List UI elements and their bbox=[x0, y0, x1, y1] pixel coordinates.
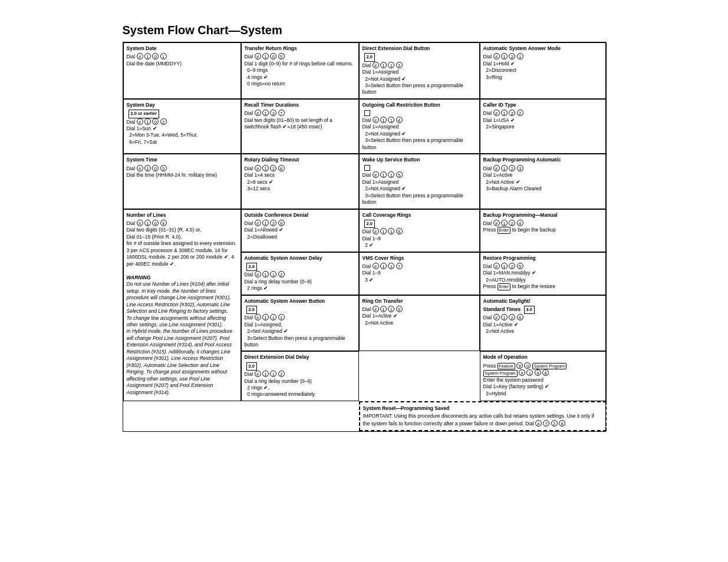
warning-label: WARNING bbox=[127, 275, 151, 280]
backup-manual-title: Backup Programming—Manual bbox=[483, 212, 603, 219]
auto-answer-button-cell: Automatic System Answer Button 2.0 Dial … bbox=[241, 295, 359, 352]
wakeup-checkbox bbox=[364, 165, 370, 171]
direct-ext-delay-cell: Direct Extension Dial Delay 2.0 Dial # 1… bbox=[241, 351, 359, 401]
direct-ext-delay-badge: 2.0 bbox=[246, 362, 257, 371]
backup-auto-title: Backup Programming Automatic bbox=[483, 157, 603, 163]
auto-answer-delay-cell: Automatic System Answer Delay 2.0 Dial #… bbox=[241, 252, 359, 295]
mode-of-operation-title: Mode of Operation bbox=[483, 354, 603, 361]
outside-conference-cell: Outside Conference Denial Dial # 1 2 9 D… bbox=[241, 209, 359, 252]
ring-on-transfer-title: Ring On Transfer bbox=[363, 298, 476, 305]
outgoing-restriction-title: Outgoing Call Restriction Button bbox=[363, 102, 476, 108]
enter-key-restore: Enter bbox=[498, 283, 511, 290]
call-coverage-rings-cell: Call Coverage Rings 2.0 Dial # 1 1 6 Dia… bbox=[359, 209, 480, 252]
auto-daylight-badge: 3.0 bbox=[524, 306, 535, 314]
mode-of-operation-cell: Mode of Operation Press Feature 9 0 Syst… bbox=[480, 351, 607, 401]
auto-daylight-title: Automatic Daylight/ bbox=[483, 298, 603, 305]
direct-ext-button-cell: Direct Extension Dial Button 2.0 Dial # … bbox=[359, 42, 480, 99]
flow-chart: System Date Dial # 1 0 1 Dial the date (… bbox=[123, 42, 606, 432]
system-time-cell: System Time Dial # 1 0 3 Dial the time (… bbox=[123, 154, 241, 209]
auto-system-answer-mode-cell: Automatic System Answer Mode Dial # 1 2 … bbox=[480, 42, 607, 99]
transfer-return-rings-title: Transfer Return Rings bbox=[245, 45, 355, 52]
system-program-key1: System Program bbox=[532, 363, 566, 369]
number-of-lines-cell: Number of Lines Dial # 1 0 4 Dial two di… bbox=[123, 209, 241, 401]
wake-up-service-cell: Wake Up Service Button Dial # 1 1 5 Dial… bbox=[359, 154, 480, 209]
auto-answer-delay-badge: 2.0 bbox=[246, 263, 257, 271]
outgoing-restriction-cell: Outgoing Call Restriction Button Dial # … bbox=[359, 99, 480, 154]
wake-up-service-title: Wake Up Service Button bbox=[363, 157, 476, 163]
auto-answer-button-title: Automatic System Answer Button bbox=[245, 298, 355, 305]
page: System Flow Chart—System System Date Dia… bbox=[123, 24, 606, 432]
rotary-dialing-title: Rotary Dialing Timeout bbox=[245, 157, 355, 163]
restore-programming-title: Restore Programming bbox=[483, 255, 603, 262]
outside-conference-title: Outside Conference Denial bbox=[245, 212, 355, 219]
auto-answer-button-badge: 2.0 bbox=[246, 306, 257, 314]
backup-manual-cell: Backup Programming—Manual Dial # 1 2 4 P… bbox=[480, 209, 607, 252]
system-reset-cell: System Reset—Programming Saved IMPORTANT… bbox=[359, 401, 607, 431]
restore-programming-cell: Restore Programming Dial # 1 2 5 Dial 1=… bbox=[480, 252, 607, 295]
recall-timer-title: Recall Timer Durations bbox=[245, 102, 355, 108]
feature-key: Feature bbox=[498, 363, 515, 369]
call-coverage-rings-title: Call Coverage Rings bbox=[363, 212, 476, 219]
system-day-title: System Day bbox=[127, 102, 238, 108]
auto-system-answer-mode-title: Automatic System Answer Mode bbox=[483, 45, 603, 52]
direct-ext-button-title: Direct Extension Dial Button bbox=[363, 45, 476, 52]
backup-auto-cell: Backup Programming Automatic Dial # 1 2 … bbox=[480, 154, 607, 209]
transfer-return-rings-cell: Transfer Return Rings Dial # 1 0 5 Dial … bbox=[241, 42, 359, 99]
system-day-badge: 2.0 or earlier bbox=[129, 110, 160, 118]
direct-ext-badge: 2.0 bbox=[364, 53, 375, 61]
system-date-cell: System Date Dial # 1 0 1 Dial the date (… bbox=[123, 42, 241, 99]
system-program-key2: System Program bbox=[483, 370, 518, 376]
restriction-checkbox bbox=[364, 110, 370, 116]
system-time-title: System Time bbox=[127, 157, 238, 163]
system-date-title: System Date bbox=[127, 45, 238, 52]
ring-on-transfer-cell: Ring On Transfer Dial # 1 1 9 Dial 1=Act… bbox=[359, 295, 480, 352]
call-coverage-badge: 2.0 bbox=[364, 220, 375, 228]
direct-ext-delay-title: Direct Extension Dial Delay bbox=[245, 354, 355, 361]
caller-id-type-title: Caller ID Type bbox=[483, 102, 603, 108]
vms-cover-rings-title: VMS Cover Rings bbox=[363, 255, 476, 262]
auto-daylight-cell: Automatic Daylight/ Standard Times 3.0 D… bbox=[480, 295, 607, 352]
enter-key-backup: Enter bbox=[498, 227, 511, 233]
auto-answer-delay-title: Automatic System Answer Delay bbox=[245, 255, 355, 262]
warning-text: Do not use Number of Lines (#104) after … bbox=[127, 281, 233, 395]
vms-cover-rings-cell: VMS Cover Rings Dial # 1 1 7 Dial 1–9 3 … bbox=[359, 252, 480, 295]
system-day-cell: System Day 2.0 or earlier Dial # 1 0 2 D… bbox=[123, 99, 241, 154]
page-title: System Flow Chart—System bbox=[123, 24, 606, 37]
system-reset-title: System Reset—Programming Saved bbox=[363, 405, 602, 412]
number-of-lines-title: Number of Lines bbox=[127, 212, 238, 219]
recall-timer-cell: Recall Timer Durations Dial # 1 2 7 Dial… bbox=[241, 99, 359, 154]
rotary-dialing-cell: Rotary Dialing Timeout Dial # 1 2 8 Dial… bbox=[241, 154, 359, 209]
caller-id-type-cell: Caller ID Type Dial # 1 2 2 Dial 1=USA ✔… bbox=[480, 99, 607, 154]
auto-daylight-subtitle: Standard Times bbox=[483, 306, 521, 312]
